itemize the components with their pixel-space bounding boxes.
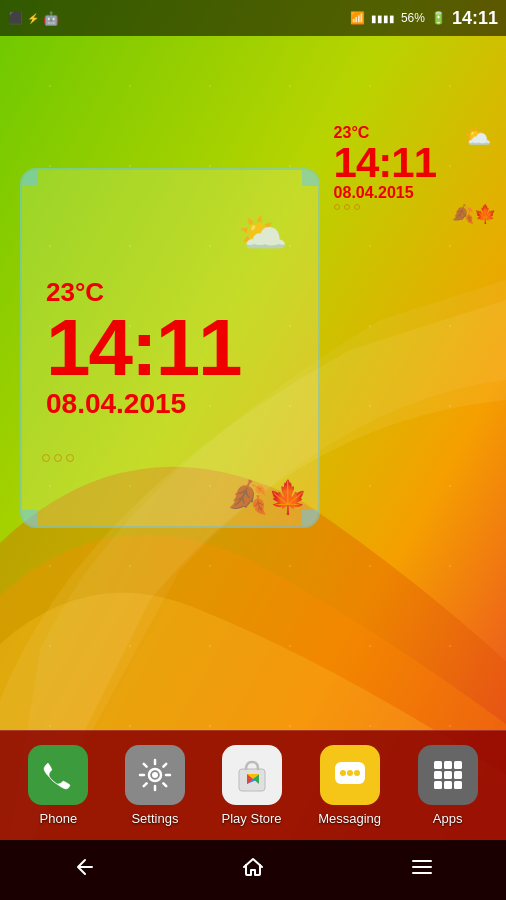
widget-large-date: 08.04.2015 <box>46 388 294 420</box>
battery-icon: 🔋 <box>431 11 446 25</box>
menu-button[interactable] <box>390 847 454 893</box>
home-button[interactable] <box>221 847 285 893</box>
widget-small-leaves: 🍂🍁 <box>452 203 496 225</box>
android-icon: 🤖 <box>43 11 59 26</box>
settings-label: Settings <box>131 811 178 826</box>
battery-percent: 56% <box>401 11 425 25</box>
nav-bar <box>0 840 506 900</box>
playstore-icon <box>222 745 282 805</box>
dock-item-messaging[interactable]: Messaging <box>318 745 381 826</box>
widget-small[interactable]: 23°C 14:11 08.04.2015 ⛅ 🍂🍁 <box>326 120 494 214</box>
svg-rect-19 <box>444 781 452 789</box>
widget-large-circles <box>42 448 78 466</box>
widget-small-date: 08.04.2015 <box>334 184 436 202</box>
widget-large-leaves: 🍂🍁 <box>228 478 308 516</box>
messaging-label: Messaging <box>318 811 381 826</box>
usb2-icon: ⚡ <box>27 13 39 24</box>
widget-small-time: 14:11 <box>334 142 436 184</box>
widget-small-weather-icon: ⛅ <box>464 124 491 150</box>
svg-rect-12 <box>434 761 442 769</box>
dock-item-settings[interactable]: Settings <box>125 745 185 826</box>
status-icons-left: ⬛ ⚡ 🤖 <box>8 11 59 26</box>
svg-rect-16 <box>444 771 452 779</box>
settings-icon <box>125 745 185 805</box>
wifi-icon: 📶 <box>350 11 365 25</box>
svg-point-9 <box>340 770 346 776</box>
svg-rect-18 <box>434 781 442 789</box>
phone-label: Phone <box>40 811 78 826</box>
svg-rect-17 <box>454 771 462 779</box>
playstore-label: Play Store <box>222 811 282 826</box>
svg-point-10 <box>347 770 353 776</box>
svg-rect-13 <box>444 761 452 769</box>
signal-icon: ▮▮▮▮ <box>371 13 395 24</box>
apps-label: Apps <box>433 811 463 826</box>
widget-large-time: 14:11 <box>46 308 294 388</box>
status-bar: ⬛ ⚡ 🤖 📶 ▮▮▮▮ 56% 🔋 14:11 <box>0 0 506 36</box>
phone-icon <box>28 745 88 805</box>
widget-small-circles <box>334 204 436 210</box>
dock-item-apps[interactable]: Apps <box>418 745 478 826</box>
back-button[interactable] <box>52 847 116 893</box>
dock: Phone Settings Play Store <box>0 730 506 840</box>
svg-rect-15 <box>434 771 442 779</box>
dock-item-phone[interactable]: Phone <box>28 745 88 826</box>
apps-icon <box>418 745 478 805</box>
svg-point-2 <box>152 772 158 778</box>
svg-point-11 <box>354 770 360 776</box>
svg-rect-14 <box>454 761 462 769</box>
dock-item-playstore[interactable]: Play Store <box>222 745 282 826</box>
status-time: 14:11 <box>452 8 498 29</box>
usb-icon: ⬛ <box>8 11 23 25</box>
messaging-icon <box>320 745 380 805</box>
status-icons-right: 📶 ▮▮▮▮ 56% 🔋 14:11 <box>350 8 498 29</box>
widget-large-weather-icon: ⛅ <box>238 210 288 257</box>
svg-rect-20 <box>454 781 462 789</box>
widget-large[interactable]: ⛅ 23°C 14:11 08.04.2015 🍂🍁 <box>20 168 320 528</box>
